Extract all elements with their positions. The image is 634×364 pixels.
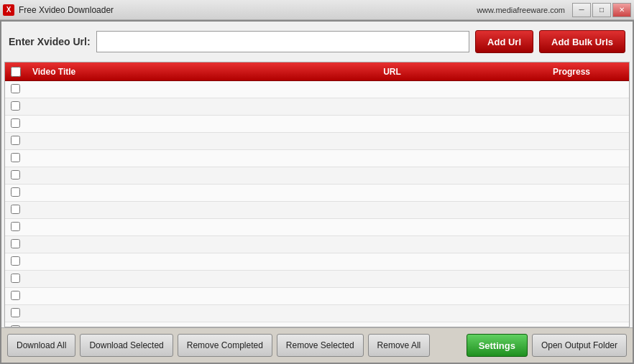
row-checkbox-cell[interactable] xyxy=(5,118,27,130)
row-checkbox[interactable] xyxy=(11,274,20,283)
row-checkbox-cell[interactable] xyxy=(5,308,27,319)
row-checkbox-cell[interactable] xyxy=(5,205,27,216)
table-row xyxy=(5,253,629,271)
table-header: Video Title URL Progress xyxy=(5,62,629,81)
table-row xyxy=(5,116,629,133)
title-bar-right: www.mediafreeware.com ─ □ ✕ xyxy=(477,3,631,17)
row-checkbox-cell[interactable] xyxy=(5,153,27,164)
add-bulk-urls-button[interactable]: Add Bulk Urls xyxy=(539,30,625,53)
row-checkbox-cell[interactable] xyxy=(5,136,27,147)
table-row xyxy=(5,185,629,202)
table-row xyxy=(5,219,629,236)
minimize-button[interactable]: ─ xyxy=(572,3,591,17)
row-checkbox-cell[interactable] xyxy=(5,239,27,251)
remove-completed-button[interactable]: Remove Completed xyxy=(178,334,272,357)
remove-selected-button[interactable]: Remove Selected xyxy=(277,334,364,357)
row-checkbox[interactable] xyxy=(11,153,20,162)
title-bar: X Free Xvideo Downloader www.mediafreewa… xyxy=(0,0,634,20)
row-checkbox-cell[interactable] xyxy=(5,325,27,327)
row-checkbox-cell[interactable] xyxy=(5,256,27,268)
select-all-checkbox[interactable] xyxy=(11,67,21,77)
row-checkbox[interactable] xyxy=(11,118,20,128)
col-header-progress: Progress xyxy=(514,67,629,77)
row-checkbox-cell[interactable] xyxy=(5,101,27,113)
row-checkbox-cell[interactable] xyxy=(5,222,27,233)
bottom-toolbar: Download All Download Selected Remove Co… xyxy=(1,327,633,363)
row-checkbox[interactable] xyxy=(11,222,20,231)
row-checkbox[interactable] xyxy=(11,291,20,300)
table-row xyxy=(5,202,629,219)
table-row xyxy=(5,305,629,322)
row-checkbox[interactable] xyxy=(11,239,20,248)
add-url-button[interactable]: Add Url xyxy=(475,30,533,53)
main-window: Enter Xvideo Url: Add Url Add Bulk Urls … xyxy=(0,20,634,364)
row-checkbox-cell[interactable] xyxy=(5,291,27,302)
close-button[interactable]: ✕ xyxy=(612,3,631,17)
url-row: Enter Xvideo Url: Add Url Add Bulk Urls xyxy=(1,22,633,62)
row-checkbox[interactable] xyxy=(11,84,20,93)
table-row xyxy=(5,271,629,288)
url-label: Enter Xvideo Url: xyxy=(9,36,91,47)
app-title: Free Xvideo Downloader xyxy=(19,5,114,15)
col-header-url: URL xyxy=(270,67,514,77)
download-all-button[interactable]: Download All xyxy=(7,334,75,357)
row-checkbox[interactable] xyxy=(11,187,20,197)
table-row xyxy=(5,98,629,116)
table-row xyxy=(5,150,629,167)
row-checkbox-cell[interactable] xyxy=(5,84,27,95)
table-row xyxy=(5,236,629,253)
table-body xyxy=(5,81,629,327)
select-all-cell[interactable] xyxy=(5,67,27,77)
row-checkbox[interactable] xyxy=(11,205,20,214)
col-header-title: Video Title xyxy=(27,67,270,77)
row-checkbox-cell[interactable] xyxy=(5,187,27,199)
row-checkbox[interactable] xyxy=(11,256,20,266)
row-checkbox[interactable] xyxy=(11,308,20,317)
row-checkbox[interactable] xyxy=(11,325,20,327)
open-output-folder-button[interactable]: Open Output Folder xyxy=(532,334,627,357)
row-checkbox-cell[interactable] xyxy=(5,170,27,182)
row-checkbox-cell[interactable] xyxy=(5,274,27,285)
maximize-button[interactable]: □ xyxy=(592,3,611,17)
table-row xyxy=(5,133,629,150)
app-icon: X xyxy=(3,4,14,16)
table-row xyxy=(5,288,629,305)
table-row xyxy=(5,322,629,327)
row-checkbox[interactable] xyxy=(11,101,20,111)
row-checkbox[interactable] xyxy=(11,136,20,145)
settings-button[interactable]: Settings xyxy=(467,334,528,357)
table-row xyxy=(5,81,629,98)
title-bar-left: X Free Xvideo Downloader xyxy=(3,4,114,16)
url-input[interactable] xyxy=(96,31,469,52)
website-url: www.mediafreeware.com xyxy=(477,6,565,14)
download-table-container: Video Title URL Progress xyxy=(4,62,630,327)
row-checkbox[interactable] xyxy=(11,170,20,179)
download-selected-button[interactable]: Download Selected xyxy=(80,334,173,357)
table-row xyxy=(5,167,629,185)
remove-all-button[interactable]: Remove All xyxy=(368,334,431,357)
